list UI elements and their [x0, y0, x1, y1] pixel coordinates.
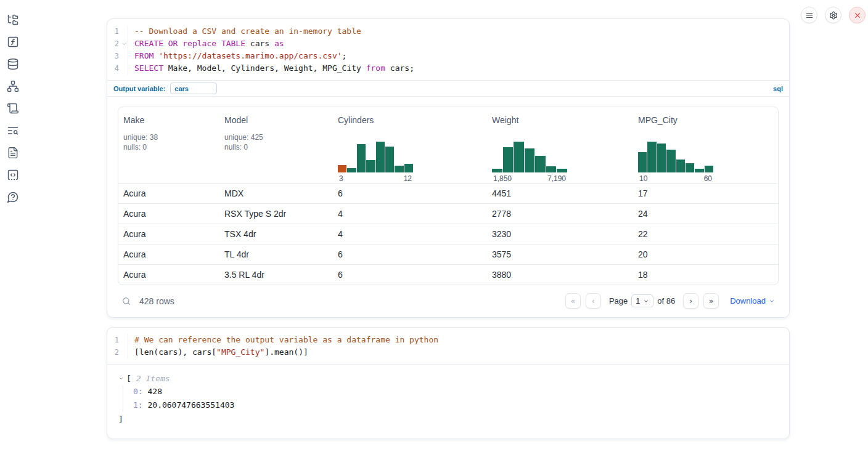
- histogram-bar[interactable]: [492, 169, 502, 173]
- histogram-bar[interactable]: [657, 144, 666, 172]
- column-stats: unique: 38nulls: 0: [123, 132, 215, 152]
- file-explorer-icon[interactable]: [7, 14, 19, 26]
- histogram-bar[interactable]: [525, 148, 535, 173]
- tree-children: 0: 4281: 20.060747663551403: [123, 385, 778, 412]
- documentation-icon[interactable]: [7, 147, 19, 159]
- table-row[interactable]: Acura3.5 RL 4dr6388018: [118, 264, 778, 285]
- histogram-bar[interactable]: [338, 165, 346, 173]
- histogram-axis: 312: [338, 174, 413, 183]
- first-page-button[interactable]: «: [565, 293, 581, 309]
- histogram-bar[interactable]: [503, 147, 514, 172]
- table-cell: 3230: [487, 229, 633, 239]
- python-code-editor[interactable]: 1# We can reference the output variable …: [107, 328, 789, 364]
- logs-search-icon[interactable]: [7, 124, 19, 137]
- menu-icon: [805, 11, 814, 20]
- code-text: -- Download a CSV and create an in-memor…: [128, 25, 361, 38]
- histogram-bar[interactable]: [546, 166, 557, 172]
- table-cell: 3575: [487, 249, 633, 259]
- table-row[interactable]: AcuraMDX6445117: [118, 183, 778, 203]
- fold-chevron-icon[interactable]: [121, 38, 127, 51]
- line-number: 3: [107, 50, 128, 62]
- code-line[interactable]: 2[len(cars), cars["MPG_City"].mean()]: [107, 346, 789, 358]
- histogram-bar[interactable]: [705, 166, 713, 172]
- histogram-bar[interactable]: [535, 156, 546, 173]
- histogram-bar[interactable]: [347, 168, 356, 173]
- table-cell: 22: [633, 229, 778, 239]
- histogram-bar[interactable]: [638, 152, 647, 172]
- table-cell: 6: [333, 188, 487, 198]
- histogram-bar[interactable]: [647, 142, 656, 172]
- prev-page-button[interactable]: ‹: [586, 293, 601, 309]
- search-icon[interactable]: [121, 296, 131, 306]
- chevron-down-icon: [643, 298, 649, 304]
- column-header-make[interactable]: Makeunique: 38nulls: 0: [118, 115, 219, 183]
- histogram-bar[interactable]: [357, 144, 366, 172]
- code-text: FROM 'https://datasets.marimo.app/cars.c…: [128, 50, 346, 62]
- snippets-icon[interactable]: [7, 169, 19, 181]
- histogram-bar[interactable]: [557, 169, 567, 173]
- pagination: « ‹ Page 1 of 86 › » Download: [565, 293, 775, 309]
- table-row[interactable]: AcuraTSX 4dr4323022: [118, 224, 778, 244]
- download-button[interactable]: Download: [730, 296, 775, 305]
- code-line[interactable]: 3FROM 'https://datasets.marimo.app/cars.…: [107, 50, 789, 62]
- functions-icon[interactable]: [7, 36, 19, 48]
- code-line[interactable]: 1-- Download a CSV and create an in-memo…: [107, 25, 789, 38]
- histogram-axis: 1,8507,190: [492, 174, 567, 183]
- axis-label: 12: [404, 174, 412, 183]
- close-icon: [853, 11, 862, 20]
- shutdown-button[interactable]: [849, 7, 866, 23]
- column-header-mpg_city[interactable]: MPG_City1060: [633, 115, 778, 183]
- scratchpad-icon[interactable]: [7, 102, 19, 115]
- table-cell: Acura: [118, 229, 219, 239]
- column-header-model[interactable]: Modelunique: 425nulls: 0: [219, 115, 333, 183]
- axis-label: 10: [639, 174, 647, 183]
- dependency-graph-icon[interactable]: [7, 80, 19, 92]
- download-label: Download: [730, 296, 766, 305]
- code-token: # We can reference the output variable a…: [134, 335, 438, 344]
- page-select[interactable]: 1: [631, 294, 653, 307]
- table-header: Makeunique: 38nulls: 0Modelunique: 425nu…: [118, 107, 778, 183]
- table-cell: Acura: [118, 188, 219, 198]
- table-cell: 4: [333, 229, 487, 239]
- table-row[interactable]: AcuraRSX Type S 2dr4277824: [118, 203, 778, 224]
- histogram-bar[interactable]: [376, 142, 385, 172]
- histogram-axis: 1060: [638, 174, 713, 183]
- histogram-bar[interactable]: [514, 142, 524, 172]
- notebook: 1-- Download a CSV and create an in-memo…: [107, 18, 790, 439]
- histogram-bar[interactable]: [366, 160, 375, 172]
- menu-button[interactable]: [801, 7, 817, 23]
- code-token: ;: [342, 51, 347, 60]
- table-row[interactable]: AcuraTL 4dr6357520: [118, 244, 778, 264]
- histogram-bar[interactable]: [676, 160, 685, 173]
- items-count-label: 2 Items: [136, 374, 170, 383]
- histogram-bar[interactable]: [404, 164, 413, 172]
- histogram-bar[interactable]: [395, 166, 403, 173]
- datasources-icon[interactable]: [7, 58, 19, 70]
- histogram-bar[interactable]: [385, 147, 394, 172]
- help-icon[interactable]: [7, 191, 19, 203]
- histogram-bar[interactable]: [666, 150, 675, 172]
- column-stats: unique: 425nulls: 0: [224, 132, 328, 152]
- histogram-bar[interactable]: [686, 163, 694, 172]
- code-line[interactable]: 1# We can reference the output variable …: [107, 334, 789, 346]
- collapse-chevron-icon[interactable]: [118, 376, 124, 381]
- code-line[interactable]: 4SELECT Make, Model, Cylinders, Weight, …: [107, 62, 789, 75]
- page-total: of 86: [657, 296, 675, 305]
- table-cell: TL 4dr: [219, 249, 333, 259]
- settings-button[interactable]: [825, 7, 841, 23]
- last-page-button[interactable]: »: [703, 293, 719, 309]
- column-header-cylinders[interactable]: Cylinders312: [333, 115, 487, 183]
- sidebar: [0, 0, 26, 203]
- code-token: cars: [245, 39, 274, 48]
- column-header-weight[interactable]: Weight1,8507,190: [487, 115, 633, 183]
- output-variable-input[interactable]: [170, 83, 217, 94]
- table-cell: 4451: [487, 188, 633, 198]
- code-text: [len(cars), cars["MPG_City"].mean()]: [128, 346, 308, 358]
- next-page-button[interactable]: ›: [683, 293, 698, 309]
- code-line[interactable]: 2CREATE OR replace TABLE cars as: [107, 38, 789, 50]
- code-token: as: [274, 39, 284, 48]
- table-cell: TSX 4dr: [219, 229, 333, 239]
- axis-label: 1,850: [493, 174, 512, 183]
- sql-code-editor[interactable]: 1-- Download a CSV and create an in-memo…: [107, 19, 789, 80]
- histogram-bar[interactable]: [695, 169, 703, 172]
